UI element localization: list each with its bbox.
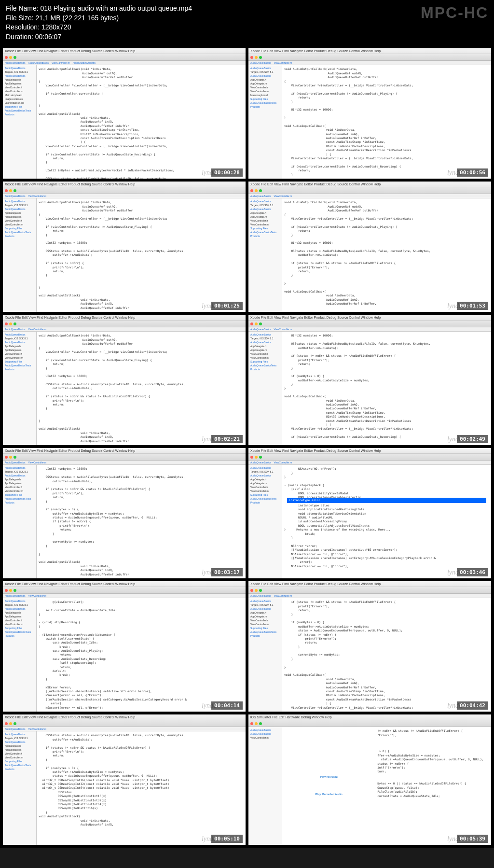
thumbnail[interactable]: Xcode File Edit View Find Navigate Edito…	[248, 581, 491, 712]
project-navigator[interactable]: AudioQueueBasics Targets, iOS SDK 8.1 Au…	[248, 465, 282, 578]
breadcrumb-bar: AudioQueueBasicsViewController.m	[248, 594, 491, 598]
code-editor[interactable]: @[viewController]; self.currentState = A…	[37, 598, 246, 712]
resolution-label: Resolution: 1280x720	[6, 23, 488, 32]
maximize-icon[interactable]	[259, 322, 262, 325]
code-editor[interactable]: void AudioOutputCallback(void *inUserDat…	[37, 332, 246, 445]
code-editor[interactable]: void AudioOutputCallback(void *inUserDat…	[282, 198, 491, 312]
maximize-icon[interactable]	[14, 589, 16, 592]
autocomplete-selected[interactable]: instancetype alloc	[287, 498, 486, 503]
minimize-icon[interactable]	[255, 189, 258, 192]
close-icon[interactable]	[250, 589, 253, 592]
maximize-icon[interactable]	[14, 56, 16, 59]
maximize-icon[interactable]	[14, 456, 16, 459]
thumbnail[interactable]: Xcode File Edit View Find Navigate Edito…	[248, 448, 491, 578]
close-icon[interactable]	[5, 589, 8, 592]
thumbnail[interactable]: Xcode File Edit View Find Navigate Edito…	[3, 315, 246, 445]
timestamp-badge: 00:00:56	[457, 168, 488, 177]
xcode-menubar: Xcode File Edit View Find Navigate Edito…	[3, 48, 246, 54]
project-navigator[interactable]: AudioQueueBasics Targets, iOS SDK 8.1 Au…	[3, 598, 37, 712]
thumbnail[interactable]: Xcode File Edit View Find Navigate Edito…	[248, 182, 491, 312]
minimize-icon[interactable]	[255, 56, 258, 59]
close-icon[interactable]	[250, 322, 253, 325]
breadcrumb-bar: AudioQueueBasicsViewController.m	[248, 461, 491, 465]
code-editor[interactable]: void AudioOutputCallback(void *inUserDat…	[37, 198, 246, 312]
code-editor[interactable]: NSAssert(NO, @"Free"); } } - (void) stop…	[282, 465, 491, 578]
breadcrumb-bar: AudioQueueBasicsViewController.m	[3, 194, 246, 198]
code-editor[interactable]: UInt32 numBytes = 16000; OSStatus status…	[282, 332, 491, 445]
maximize-icon[interactable]	[259, 589, 262, 592]
minimize-icon[interactable]	[255, 322, 258, 325]
xcode-toolbar	[3, 54, 246, 61]
project-navigator[interactable]: AudioQueueBasics Targets, iOS SDK 8.1 Au…	[3, 198, 37, 312]
thumbnail[interactable]: Xcode File Edit View Find Navigate Edito…	[248, 48, 491, 179]
minimize-icon[interactable]	[255, 589, 258, 592]
thumbnail[interactable]: Xcode File Edit View Find Navigate Edito…	[3, 182, 246, 312]
close-icon[interactable]	[5, 456, 8, 459]
thumbnail[interactable]: iOS Simulator File Edit Hardware Debug W…	[248, 714, 491, 845]
thumbnail[interactable]: Xcode File Edit View Find Navigate Edito…	[3, 714, 246, 845]
code-editor[interactable]: OSStatus status = AudioFileReadBytes(aud…	[37, 731, 246, 845]
breadcrumb-bar: AudioQueueBasicsViewController.m	[3, 727, 246, 731]
close-icon[interactable]	[5, 322, 8, 325]
maximize-icon[interactable]	[14, 189, 16, 192]
xcode-toolbar	[248, 187, 491, 194]
project-navigator[interactable]: AudioQueueBasics AudioQueueBasics ViewCo…	[248, 727, 282, 844]
close-icon[interactable]	[5, 189, 8, 192]
maximize-icon[interactable]	[259, 722, 262, 725]
xcode-menubar: Xcode File Edit View Find Navigate Edito…	[248, 448, 491, 454]
play-recorded-button[interactable]: Play Recorded Audio	[316, 793, 343, 796]
xcode-menubar: Xcode File Edit View Find Navigate Edito…	[248, 48, 491, 54]
close-icon[interactable]	[5, 722, 8, 725]
project-navigator[interactable]: AudioQueueBasics Targets, iOS SDK 8.1 Au…	[248, 65, 282, 179]
minimize-icon[interactable]	[9, 189, 12, 192]
timestamp-badge: 00:00:28	[211, 168, 243, 177]
ios-simulator-view: Playing Audio Play Recorded Audio	[282, 727, 375, 844]
maximize-icon[interactable]	[259, 56, 262, 59]
xcode-menubar: iOS Simulator File Edit Hardware Debug W…	[248, 714, 491, 720]
maximize-icon[interactable]	[14, 722, 16, 725]
xcode-toolbar	[248, 720, 491, 727]
filename-label: File Name: 018 Playing audio with an aud…	[6, 4, 488, 14]
timestamp-badge: 00:01:53	[457, 302, 488, 310]
code-editor[interactable]: UInt32 numBytes = 16000; OSStatus status…	[37, 465, 246, 578]
maximize-icon[interactable]	[259, 456, 262, 459]
timestamp-badge: 00:02:21	[211, 435, 243, 443]
code-editor[interactable]: void AudioOutputCallback(void *inUserDat…	[37, 65, 246, 179]
minimize-icon[interactable]	[9, 56, 12, 59]
xcode-toolbar	[248, 587, 491, 594]
minimize-icon[interactable]	[9, 722, 12, 725]
maximize-icon[interactable]	[259, 189, 262, 192]
close-icon[interactable]	[5, 56, 8, 59]
project-navigator[interactable]: AudioQueueBasics Targets, iOS SDK 8.1 Au…	[248, 598, 282, 712]
project-navigator[interactable]: AudioQueueBasics Targets, iOS SDK 8.1 Au…	[3, 332, 37, 445]
xcode-toolbar	[248, 321, 491, 327]
project-navigator[interactable]: AudioQueueBasics Targets, iOS SDK 8.1 Au…	[248, 332, 282, 445]
minimize-icon[interactable]	[9, 589, 12, 592]
thumbnail[interactable]: Xcode File Edit View Find Navigate Edito…	[3, 581, 246, 712]
project-navigator[interactable]: AudioQueueBasics Targets, iOS SDK 8.1 Au…	[3, 731, 37, 845]
minimize-icon[interactable]	[9, 456, 12, 459]
thumbnail[interactable]: Xcode File Edit View Find Navigate Edito…	[3, 448, 246, 578]
close-icon[interactable]	[250, 456, 253, 459]
close-icon[interactable]	[250, 189, 253, 192]
thumbnail[interactable]: Xcode File Edit View Find Navigate Edito…	[248, 315, 491, 445]
minimize-icon[interactable]	[255, 456, 258, 459]
filesize-label: File Size: 21,1 MB (22 221 165 bytes)	[6, 14, 488, 23]
close-icon[interactable]	[250, 722, 253, 725]
maximize-icon[interactable]	[14, 322, 16, 325]
xcode-menubar: Xcode File Edit View Find Navigate Edito…	[3, 182, 246, 187]
thumbnail[interactable]: Xcode File Edit View Find Navigate Edito…	[3, 48, 246, 179]
timestamp-badge: 00:05:10	[211, 835, 243, 843]
minimize-icon[interactable]	[255, 722, 258, 725]
thumbnail-grid: Xcode File Edit View Find Navigate Edito…	[0, 45, 494, 848]
project-navigator[interactable]: AudioQueueBasics Targets, iOS SDK 8.1 Au…	[3, 465, 37, 578]
project-navigator[interactable]: AudioQueueBasics Targets, iOS SDK 8.1 Au…	[3, 65, 37, 179]
close-icon[interactable]	[250, 56, 253, 59]
code-editor[interactable]: void AudioOutputCallback(void *inUserDat…	[282, 65, 491, 179]
code-editor[interactable]: if (status != noErr && status != kAudioF…	[282, 598, 491, 712]
breadcrumb-bar: AudioQueueBasicsViewController.m	[3, 461, 246, 465]
code-editor[interactable]: != noErr && status != kAudioFileEndOfFil…	[375, 727, 491, 844]
timestamp-badge: 00:02:49	[457, 435, 488, 443]
project-navigator[interactable]: AudioQueueBasics Targets, iOS SDK 8.1 Au…	[248, 198, 282, 312]
minimize-icon[interactable]	[9, 322, 12, 325]
